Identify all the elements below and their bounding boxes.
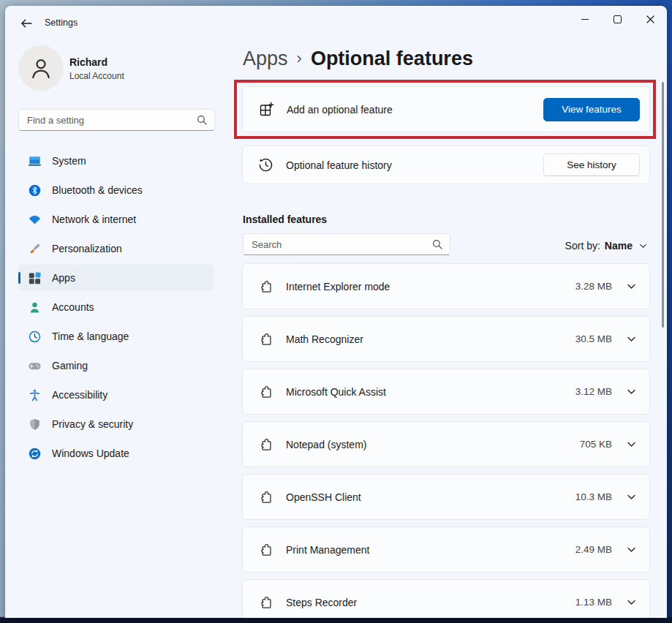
view-features-button[interactable]: View features	[543, 98, 640, 121]
sidebar-item-label: Privacy & security	[52, 418, 133, 430]
sidebar-item-privacy-security[interactable]: Privacy & security	[18, 411, 214, 437]
user-icon	[28, 55, 54, 81]
maximize-button[interactable]	[601, 6, 634, 32]
sidebar-item-apps[interactable]: Apps	[18, 265, 214, 291]
minimize-button[interactable]	[568, 6, 601, 32]
feature-row-openssh-client[interactable]: OpenSSH Client 10.3 MB	[242, 474, 650, 520]
windows-update-icon	[28, 447, 42, 461]
installed-features-heading: Installed features	[243, 214, 327, 225]
puzzle-icon	[259, 437, 274, 452]
see-history-button[interactable]: See history	[543, 154, 640, 176]
sidebar-item-label: Time & language	[52, 331, 129, 342]
sidebar-item-accessibility[interactable]: Accessibility	[18, 382, 214, 408]
search-icon	[197, 115, 207, 125]
chevron-down-icon[interactable]	[627, 600, 636, 605]
sidebar-item-network-internet[interactable]: Network & internet	[18, 206, 214, 233]
sort-label: Sort by:	[565, 240, 600, 252]
maximize-icon	[614, 15, 622, 23]
settings-window: Settings Richard Local Account	[5, 6, 667, 618]
feature-name: Math Recognizer	[286, 333, 575, 345]
puzzle-icon	[259, 542, 274, 557]
sidebar-item-windows-update[interactable]: Windows Update	[18, 440, 214, 467]
puzzle-icon	[259, 489, 274, 505]
chevron-down-icon[interactable]	[627, 336, 636, 342]
feature-size: 2.49 MB	[575, 544, 612, 555]
window-title: Settings	[45, 18, 78, 28]
feature-name: Print Management	[286, 544, 575, 556]
search-icon	[432, 239, 442, 249]
sidebar-item-label: System	[52, 155, 86, 167]
puzzle-icon	[259, 331, 274, 347]
scrollbar-thumb[interactable]	[662, 82, 664, 328]
chevron-down-icon[interactable]	[627, 494, 636, 500]
installed-features-search	[243, 233, 450, 255]
sidebar-item-label: Accessibility	[52, 389, 107, 401]
user-name: Richard	[69, 56, 107, 68]
chevron-down-icon	[639, 243, 647, 249]
desktop-background: Settings Richard Local Account	[0, 0, 672, 623]
sidebar-item-time-language[interactable]: Time & language	[18, 323, 214, 350]
breadcrumb-separator-icon: ›	[297, 49, 302, 68]
feature-row-notepad-system[interactable]: Notepad (system) 705 KB	[242, 421, 650, 467]
apps-icon	[28, 271, 42, 285]
privacy-security-icon	[28, 418, 42, 431]
feature-row-steps-recorder[interactable]: Steps Recorder 1.13 MB	[242, 579, 650, 618]
breadcrumb: Apps › Optional features	[243, 48, 473, 70]
chevron-down-icon[interactable]	[627, 389, 636, 395]
close-button[interactable]	[634, 6, 667, 32]
sidebar-item-label: Personalization	[52, 243, 122, 254]
window-controls	[568, 6, 667, 32]
sidebar-item-label: Gaming	[52, 360, 88, 371]
sidebar-item-personalization[interactable]: Personalization	[18, 235, 214, 262]
find-setting-input[interactable]	[19, 115, 197, 126]
feature-name: Internet Explorer mode	[286, 281, 575, 292]
chevron-down-icon[interactable]	[627, 547, 636, 553]
feature-row-internet-explorer-mode[interactable]: Internet Explorer mode 3.28 MB	[242, 263, 650, 309]
feature-row-microsoft-quick-assist[interactable]: Microsoft Quick Assist 3.12 MB	[242, 369, 650, 415]
personalization-icon	[28, 242, 42, 256]
card-label: Optional feature history	[286, 159, 543, 171]
sidebar-item-label: Accounts	[52, 301, 94, 313]
chevron-down-icon[interactable]	[627, 284, 636, 290]
sidebar-item-bluetooth-devices[interactable]: Bluetooth & devices	[18, 177, 214, 203]
chevron-down-icon[interactable]	[627, 442, 636, 448]
history-icon	[257, 156, 274, 173]
feature-name: OpenSSH Client	[286, 491, 575, 503]
back-button[interactable]	[17, 15, 36, 32]
sidebar-item-system[interactable]: System	[18, 148, 214, 174]
card-label: Add an optional feature	[287, 104, 543, 116]
page-title: Optional features	[311, 48, 473, 70]
sidebar-item-accounts[interactable]: Accounts	[18, 294, 214, 320]
feature-row-print-management[interactable]: Print Management 2.49 MB	[242, 526, 650, 573]
installed-features-search-input[interactable]	[243, 239, 432, 250]
find-setting-search	[18, 109, 215, 131]
minimize-icon	[581, 19, 589, 20]
sidebar-item-label: Windows Update	[52, 448, 129, 459]
feature-size: 1.13 MB	[575, 597, 612, 608]
feature-size: 705 KB	[580, 439, 612, 450]
feature-name: Microsoft Quick Assist	[286, 386, 575, 398]
sort-dropdown[interactable]: Sort by: Name	[565, 238, 647, 254]
sidebar-nav: System Bluetooth & devices Network & int…	[18, 148, 214, 469]
sort-value: Name	[605, 240, 633, 252]
feature-name: Notepad (system)	[286, 439, 580, 450]
time-language-icon	[28, 330, 42, 344]
user-account-type: Local Account	[69, 71, 124, 81]
feature-row-math-recognizer[interactable]: Math Recognizer 30.5 MB	[242, 316, 650, 362]
breadcrumb-apps-link[interactable]: Apps	[243, 48, 288, 70]
close-icon	[646, 15, 654, 23]
add-optional-feature-card: Add an optional feature View features	[242, 86, 650, 132]
accounts-icon	[28, 301, 42, 314]
sidebar-item-gaming[interactable]: Gaming	[18, 352, 214, 379]
add-feature-icon	[257, 101, 275, 118]
feature-size: 3.12 MB	[575, 386, 612, 397]
puzzle-icon	[259, 594, 274, 610]
feature-size: 10.3 MB	[575, 491, 612, 502]
sidebar-item-label: Network & internet	[52, 214, 136, 225]
back-arrow-icon	[20, 18, 32, 29]
avatar[interactable]	[18, 45, 64, 91]
gaming-icon	[28, 359, 42, 373]
optional-feature-history-card: Optional feature history See history	[242, 146, 650, 184]
sidebar-item-label: Apps	[52, 272, 75, 284]
feature-size: 3.28 MB	[575, 281, 612, 292]
